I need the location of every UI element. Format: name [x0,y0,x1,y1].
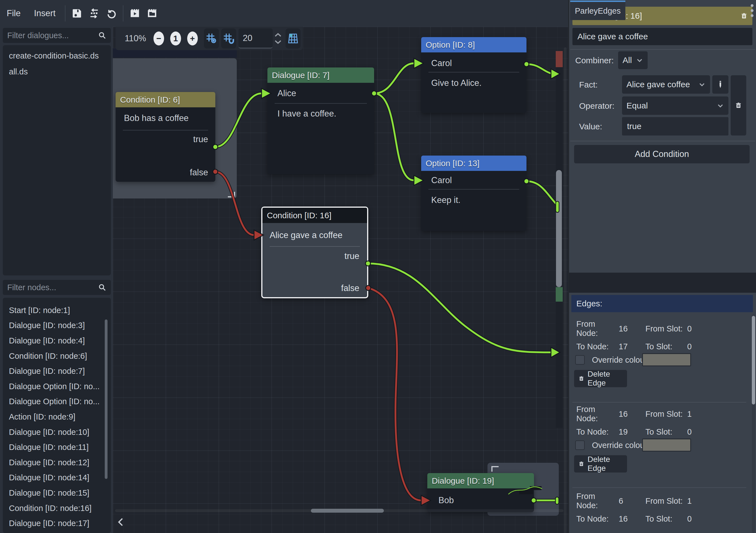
snap-distance-stepper[interactable] [274,33,282,44]
snap-grid-button[interactable] [221,28,236,48]
edge-from-row: From Node:16 From Slot:0 [572,320,750,338]
resize-handle-icon[interactable] [228,192,235,197]
canvas-horizontal-scrollbar[interactable] [311,509,384,513]
dock-menu-icon[interactable] [749,3,755,18]
search-icon [98,283,106,292]
fact-select[interactable]: Alice gave coffee [622,75,710,94]
test-dialogue-icon[interactable] [126,5,144,22]
output-slot-false: false [341,281,359,296]
filter-dialogues-input[interactable]: Filter dialogues... [3,28,111,43]
inspector-panel: Condition [ID: 16] Alice gave a coffee C… [568,0,756,533]
nodes-list-scrollbar[interactable] [105,320,108,479]
node-title: Option [ID: 8] [426,40,475,50]
node-list-item[interactable]: Dialogue [ID: node:11] [3,440,111,455]
node-title-bar[interactable]: Condition [ID: 6] [116,92,215,107]
node-list-item[interactable]: Dialogue Option [ID: no... [3,394,111,409]
override-colour-swatch[interactable] [642,353,691,366]
node-title-bar[interactable]: Option [ID: 8] [421,37,526,52]
zoom-level: 110% [125,34,146,43]
graph-canvas[interactable]: Condition [ID: 6] Bob has a coffee true … [113,27,568,533]
condition-description-input[interactable]: Alice gave a coffee [572,28,752,45]
node-list-item[interactable]: Dialogue [ID: node:7] [3,363,111,379]
new-dialogue-icon[interactable] [144,5,161,22]
output-slot-true: true [344,249,359,264]
from-slot-value: 0 [687,324,692,333]
pencil-icon [717,80,724,89]
node-list-item[interactable]: Dialogue [ID: node:17] [3,516,111,531]
chevron-down-icon [698,81,706,88]
tab-parleyedges[interactable]: ParleyEdges [570,1,625,20]
menu-file[interactable]: File [0,8,27,18]
collapse-sidebar-icon[interactable] [116,516,127,527]
edge-cond16-true-out [368,264,552,352]
snap-distance-input[interactable]: 20 [238,28,273,48]
offscreen-dialogue-node-header [556,287,563,302]
node-list-item[interactable]: Dialogue [ID: node:4] [3,333,111,349]
node-title-bar[interactable]: Option [ID: 13] [421,155,526,171]
node-title: Dialogue [ID: 7] [272,70,330,80]
canvas-vertical-scrollbar[interactable] [556,170,562,287]
node-list-item[interactable]: Dialogue [ID: node:14] [3,470,111,486]
node-list-item[interactable]: Dialogue [ID: node:3] [3,318,111,333]
node-title-bar[interactable]: Dialogue [ID: 19] [427,473,534,489]
dialogue-file-item[interactable]: create-condition-basic.ds [3,48,111,64]
minimap-toggle-button[interactable] [285,28,301,48]
undo-icon[interactable] [103,5,120,22]
filter-dialogues-placeholder: Filter dialogues... [7,31,98,40]
edge-entry: From Node:16 From Slot:1 To Node:19 To S… [572,405,750,491]
edge-from-row: From Node:16 From Slot:1 [572,405,750,423]
dialogue-file-item[interactable]: all.ds [3,64,111,80]
graph-node-condition-6[interactable]: Condition [ID: 6] Bob has a coffee true … [116,92,215,182]
delete-node-icon[interactable] [741,12,747,20]
graph-node-dialogue-7[interactable]: Dialogue [ID: 7] Alice I have a coffee. [267,68,374,174]
graph-node-dialogue-19[interactable]: Dialogue [ID: 19] Bob [427,473,534,512]
delete-edge-button[interactable]: Delete Edge [574,455,627,472]
graph-node-condition-16-selected[interactable]: Condition [ID: 16] Alice gave a coffee t… [261,207,368,298]
show-grid-button[interactable] [204,28,219,48]
zoom-reset-button[interactable]: 1 [170,32,181,45]
filter-nodes-input[interactable]: Filter nodes... [3,280,111,295]
edge-opt8-out [526,64,552,73]
delete-edge-button[interactable]: Delete Edge [574,370,627,387]
edit-fact-button[interactable] [712,75,728,94]
dialogue-character: Bob [439,493,454,508]
node-divider [270,246,360,247]
parley-dialogue-editor: File Insert Filter dialogues... create-c… [0,0,756,533]
zoom-in-button[interactable]: + [187,32,198,45]
combiner-select[interactable]: All [618,51,648,69]
node-list-item[interactable]: Action [ID: node:9] [3,409,111,425]
canvas-vertical-scrollbar-track[interactable] [564,47,567,533]
graph-node-option-8[interactable]: Option [ID: 8] Carol Give to Alice. [421,37,526,113]
edges-scrollbar[interactable] [752,316,755,405]
node-list-item[interactable]: Dialogue [ID: node:15] [3,485,111,501]
node-list-item[interactable]: Dialogue [ID: node:10] [3,425,111,440]
edge-opt13-out [526,181,557,205]
node-list-item[interactable]: Dialogue Option [ID: no... [3,379,111,394]
node-list-item[interactable]: Condition [ID: node:16] [3,501,111,516]
node-title-bar[interactable]: Dialogue [ID: 7] [267,68,374,83]
node-list-item[interactable]: Dialogue [ID: node:12] [3,455,111,470]
node-list-item[interactable]: Start [ID: node:1] [3,303,111,318]
save-icon[interactable] [68,5,86,22]
edge-to-row: To Node:16 To Slot:0 [572,510,750,528]
delete-condition-button[interactable] [731,75,746,135]
add-condition-button[interactable]: Add Condition [574,145,750,163]
import-export-icon[interactable] [86,5,103,22]
value-input[interactable]: true [622,117,728,135]
edge-cond16-false-to-dlg19 [368,288,421,500]
menu-bar: File Insert [0,0,568,27]
node-list-item[interactable]: Condition [ID: node:6] [3,349,111,364]
offscreen-end-node-header [556,51,563,67]
node-divider [123,130,208,130]
zoom-out-button[interactable]: − [153,32,164,45]
from-node-value: 6 [619,496,645,506]
override-colour-swatch[interactable] [642,438,691,452]
to-slot-value: 0 [687,427,692,436]
menu-insert[interactable]: Insert [27,8,63,18]
operator-select[interactable]: Equal [622,97,728,115]
override-colour-checkbox[interactable] [575,440,585,450]
override-colour-checkbox[interactable] [575,355,585,365]
graph-node-option-13[interactable]: Option [ID: 13] Carol Keep it. [421,155,526,231]
node-title-bar[interactable]: Condition [ID: 16] [262,208,367,223]
node-title: Condition [ID: 16] [267,211,332,220]
